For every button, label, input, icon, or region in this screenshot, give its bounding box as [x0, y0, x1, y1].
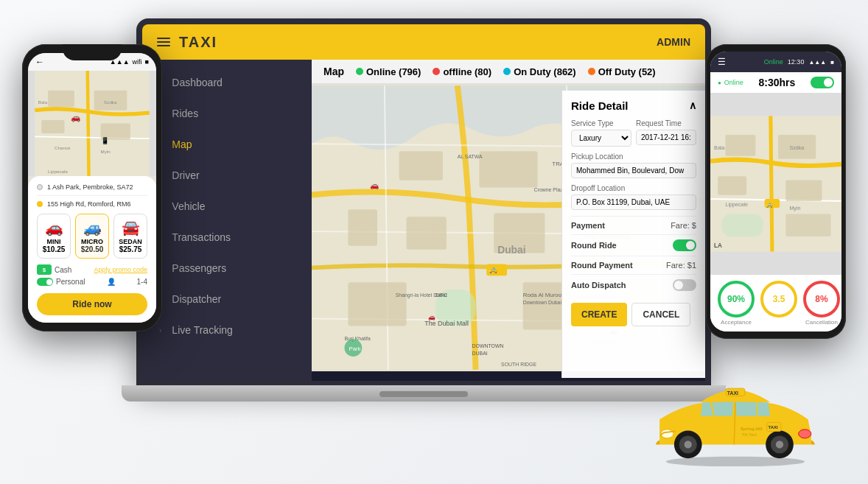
micro-name: MICRO — [79, 238, 105, 245]
sidebar-item-dashboard[interactable]: › Dashboard — [142, 67, 312, 98]
acceptance-stat: 90% Acceptance — [718, 281, 755, 326]
battery-icon: ■ — [145, 58, 149, 66]
left-map-svg: Chance Szdka Bala Myln Lippecale 🚗 📱 — [28, 71, 156, 176]
right-toggle-area — [811, 77, 834, 88]
acceptance-circle: 90% — [718, 281, 755, 318]
rating-circle: 3.5 — [760, 281, 797, 318]
svg-rect-2 — [479, 151, 537, 187]
svg-point-66 — [685, 441, 692, 448]
offline-dot — [433, 68, 440, 75]
right-phone: ☰ Online 12:30 ▲▲▲ ■ ● Online 8:30hrs — [706, 44, 846, 339]
online-toggle[interactable] — [811, 77, 834, 88]
svg-text:🚕: 🚕 — [766, 200, 774, 208]
personal-toggle-switch[interactable] — [37, 278, 53, 286]
left-phone-notch — [63, 44, 122, 60]
svg-text:Downtown Dubai: Downtown Dubai — [523, 300, 562, 305]
mini-name: MINI — [41, 238, 67, 245]
request-time-group: Request Time — [636, 119, 696, 147]
right-phone-screen: ☰ Online 12:30 ▲▲▲ ■ ● Online 8:30hrs — [710, 52, 841, 332]
round-payment-value: Fare: $1 — [666, 261, 696, 270]
svg-rect-49 — [725, 135, 755, 156]
svg-text:Myln: Myln — [789, 206, 800, 211]
ride-detail-panel: Ride Detail ∧ Service Type Laxury — [561, 91, 705, 378]
sedan-icon: 🚘 — [117, 219, 144, 236]
acceptance-label: Acceptance — [718, 319, 755, 326]
sidebar-item-map[interactable]: › Map — [142, 129, 312, 160]
address-divider — [37, 195, 147, 196]
sedan-name: SEDAN — [117, 238, 144, 245]
ride-now-button[interactable]: Ride now — [37, 293, 147, 315]
personal-label: Personal — [56, 278, 85, 286]
svg-text:Szdka: Szdka — [789, 145, 804, 151]
service-type-group: Service Type Laxury — [571, 119, 631, 147]
right-map-svg: Szdka Bala Myln Lippecale LA 🚕 — [710, 93, 841, 275]
svg-text:Park: Park — [349, 346, 360, 352]
sidebar-item-transactions[interactable]: › Transactions — [142, 222, 312, 253]
sidebar-item-dispatcher[interactable]: › Dispatcher — [142, 284, 312, 315]
right-online-label: Online — [764, 58, 783, 66]
service-type-select[interactable]: Laxury — [571, 130, 631, 147]
svg-text:📱: 📱 — [101, 136, 110, 145]
svg-rect-53 — [721, 214, 763, 236]
vehicle-mini[interactable]: 🚗 MINI $10.25 — [37, 214, 71, 259]
micro-price: $20.50 — [79, 245, 105, 253]
round-ride-row: Round Ride — [571, 234, 696, 256]
svg-text:AL SATWA: AL SATWA — [458, 154, 483, 159]
persons-icon: 👤 — [107, 278, 116, 286]
right-hamburger-icon[interactable]: ☰ — [718, 57, 726, 67]
svg-text:🚗: 🚗 — [370, 180, 379, 190]
svg-rect-37 — [48, 91, 74, 107]
svg-text:TN Taxi: TN Taxi — [742, 432, 757, 437]
svg-rect-51 — [718, 176, 746, 195]
app-topbar: TAXI ADMIN — [142, 24, 705, 60]
laptop-screen: TAXI ADMIN › Dashboard › Rides — [136, 18, 711, 387]
auto-dispatch-row: Auto Dispatch — [571, 274, 696, 295]
round-payment-label: Round Payment — [571, 261, 633, 270]
request-time-input[interactable] — [636, 130, 696, 145]
left-phone: ← ▲▲▲ wifi ■ Chance — [22, 44, 162, 332]
svg-rect-39 — [41, 120, 64, 133]
left-phone-screen: ← ▲▲▲ wifi ■ Chance — [28, 53, 156, 323]
request-time-label: Request Time — [636, 119, 696, 127]
online-status-label: Online — [724, 79, 743, 86]
round-ride-toggle[interactable] — [673, 239, 696, 251]
off-duty-dot — [588, 68, 595, 75]
svg-rect-4 — [348, 209, 377, 245]
sidebar-item-live-tracking[interactable]: › Live Tracking — [142, 315, 312, 346]
right-bottom-stats: 90% Acceptance 3.5 8% Can — [710, 275, 841, 332]
round-ride-label: Round Ride — [571, 241, 617, 250]
left-back-arrow[interactable]: ← — [35, 57, 44, 67]
svg-text:🚗: 🚗 — [428, 313, 435, 320]
cancellation-label: Cancellation — [803, 319, 840, 326]
taxi-car: TAXI Spring Hill TN Taxi TAXI — [647, 385, 824, 469]
dropoff-address: 155 High Rd, Romford, RM6 — [47, 200, 131, 208]
mini-icon: 🚗 — [41, 219, 67, 236]
laptop-base — [122, 385, 726, 401]
promo-link[interactable]: Apply promo code — [94, 266, 147, 273]
sidebar: › Dashboard › Rides › Map › Driver — [142, 60, 312, 381]
right-battery-icon: ■ — [830, 59, 834, 66]
stats-row: 90% Acceptance 3.5 8% Can — [718, 281, 834, 326]
auto-dispatch-toggle[interactable] — [673, 279, 696, 291]
sidebar-item-driver[interactable]: › Driver — [142, 160, 312, 191]
panel-buttons: CREATE CANCEL — [571, 303, 696, 326]
online-badge: ● Online — [718, 79, 743, 86]
svg-rect-1 — [399, 151, 443, 180]
create-button[interactable]: CREATE — [571, 303, 627, 326]
app-body: › Dashboard › Rides › Map › Driver — [142, 60, 705, 381]
sidebar-item-passengers[interactable]: › Passengers — [142, 253, 312, 284]
cash-icon: $ — [37, 264, 52, 275]
svg-text:Chance: Chance — [55, 145, 71, 150]
dropoff-input[interactable] — [571, 194, 696, 210]
app-title: TAXI — [179, 34, 217, 51]
sidebar-item-vehicle[interactable]: › Vehicle — [142, 191, 312, 222]
cancel-button[interactable]: CANCEL — [631, 303, 690, 326]
topbar-left: TAXI — [157, 34, 217, 51]
vehicle-micro[interactable]: 🚙 MICRO $20.50 — [75, 214, 109, 259]
pickup-input[interactable] — [571, 163, 696, 178]
auto-dispatch-label: Auto Dispatch — [571, 281, 626, 290]
sidebar-item-rides[interactable]: › Rides — [142, 98, 312, 129]
right-time: 12:30 — [788, 58, 805, 66]
vehicle-sedan[interactable]: 🚘 SEDAN $25.75 — [113, 214, 147, 259]
panel-collapse-icon[interactable]: ∧ — [689, 99, 696, 112]
